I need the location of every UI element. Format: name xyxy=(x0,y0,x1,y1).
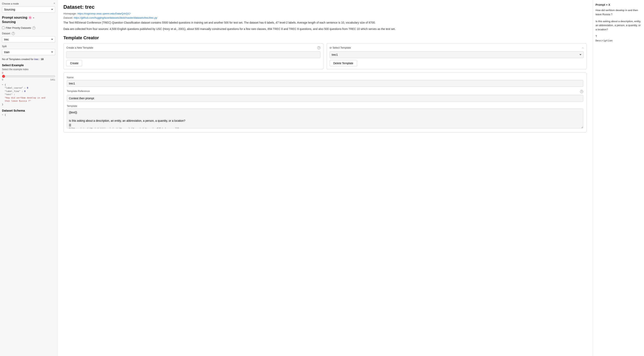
select-template-label: or Select Template xyxy=(330,46,351,49)
create-template-label: Create a New Template xyxy=(66,46,93,49)
select-template-minus: − xyxy=(582,46,584,49)
example-slider[interactable] xyxy=(2,75,55,78)
dataset-schema-section: Dataset Schema ~ { xyxy=(2,109,55,117)
right-panel-answer-value: Description xyxy=(596,39,641,42)
select-template-select[interactable]: trec1 xyxy=(330,51,584,58)
create-template-input[interactable] xyxy=(66,51,320,58)
split-label: Split xyxy=(2,45,55,48)
example-index-label: Select the example index xyxy=(2,68,55,71)
dataset-schema-title: Dataset Schema xyxy=(2,109,55,112)
right-panel-text2: Is this asking about a description, enti… xyxy=(596,20,641,32)
homepage-link[interactable]: https://cogcomp.seas.upenn.edu/Data/QA/Q… xyxy=(78,12,130,15)
split-select[interactable]: train xyxy=(2,49,55,55)
create-template-header: Create a New Template ? xyxy=(66,46,320,49)
mode-label: Choose a mode xyxy=(2,3,55,5)
templates-count: No of Templates created for trec : 18 xyxy=(2,58,55,61)
right-panel-answer-label: Y xyxy=(596,35,641,38)
filter-checkbox[interactable] xyxy=(2,27,4,29)
template-ref-header: Template Reference ? xyxy=(67,90,583,94)
select-example-title: Select Example xyxy=(2,64,55,67)
range-labels: 0 5451 xyxy=(2,79,55,81)
dataset-label: Dataset ? xyxy=(2,32,55,35)
right-panel-title: Prompt + X xyxy=(596,3,641,6)
close-icon[interactable]: × xyxy=(54,2,55,5)
main-content: Dataset: trec Homepage: https://cogcomp.… xyxy=(58,0,592,356)
template-creator-heading: Template Creator xyxy=(63,35,586,41)
filter-row: Filter Priority Datasets ? xyxy=(2,26,55,30)
create-button[interactable]: Create xyxy=(66,60,82,66)
description-1: The Text REtrieval Conference (TREC) Que… xyxy=(63,21,586,25)
homepage-line: Homepage: https://cogcomp.seas.upenn.edu… xyxy=(63,12,586,15)
select-template-box: or Select Template − trec1 Delete Templa… xyxy=(326,43,586,69)
template-textarea[interactable]: {{text}} Is this asking about a descript… xyxy=(67,109,583,128)
filter-help-icon[interactable]: ? xyxy=(32,26,36,30)
template-ref-value: Context then prompt xyxy=(67,95,583,102)
create-template-box: Create a New Template ? Create xyxy=(63,43,324,69)
create-help-icon[interactable]: ? xyxy=(317,46,320,49)
json-preview: ~ { "label_coarse" : 0 "label_fine" : 0 … xyxy=(2,83,55,106)
description-2: Data are collected from four sources: 4,… xyxy=(63,27,586,31)
right-panel: Prompt + X How did serfdom develop in an… xyxy=(592,0,644,356)
delete-template-button[interactable]: Delete Template xyxy=(330,60,357,66)
prompt-section: Prompt sourcing 🌸 - Sourcing Filter Prio… xyxy=(2,16,55,61)
select-example-section: Select Example Select the example index … xyxy=(2,64,55,106)
template-ref-label: Template Reference xyxy=(67,90,90,93)
sidebar: × Choose a mode Sourcing Prompt sourcing… xyxy=(0,0,58,356)
page-title: Dataset: trec xyxy=(63,4,586,10)
schema-json: ~ { xyxy=(2,113,55,117)
right-panel-text1: How did serfdom develop in and then leav… xyxy=(596,8,641,17)
dataset-help-icon[interactable]: ? xyxy=(12,32,15,35)
template-field-label: Template xyxy=(67,105,583,107)
template-detail-box: Name Template Reference ? Context then p… xyxy=(63,73,586,132)
template-ref-help-icon[interactable]: ? xyxy=(580,90,583,93)
name-field-input[interactable] xyxy=(67,80,583,87)
dataset-link[interactable]: https://github.com/huggingface/datasets/… xyxy=(74,16,157,19)
select-template-header: or Select Template − xyxy=(330,46,584,49)
name-field-label: Name xyxy=(67,76,583,79)
slider-value: 0 xyxy=(2,72,55,74)
filter-label: Filter Priority Datasets xyxy=(6,26,31,29)
dataset-select[interactable]: trec xyxy=(2,36,55,43)
dataset-line: Dataset: https://github.com/huggingface/… xyxy=(63,16,586,19)
mode-select[interactable]: Sourcing xyxy=(2,6,55,13)
template-creator-row: Create a New Template ? Create or Select… xyxy=(63,43,586,69)
prompt-sourcing-title: Prompt sourcing 🌸 - Sourcing xyxy=(2,16,55,24)
mode-section: Choose a mode Sourcing xyxy=(2,3,55,13)
